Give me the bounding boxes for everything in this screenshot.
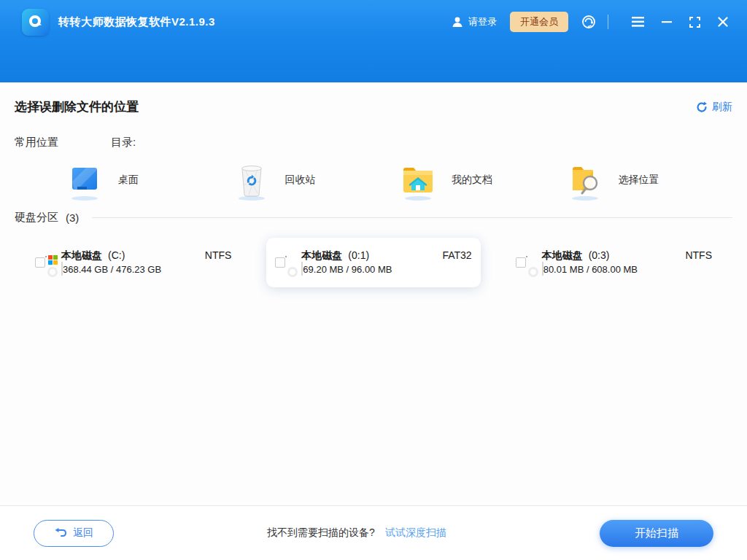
disk-size-text: 69.20 MB / 96.00 MB <box>303 264 392 275</box>
windows-logo-icon <box>48 255 58 265</box>
title-band: 转转大师数据恢复软件V2.1.9.3 请登录 开通会员 <box>0 0 747 82</box>
app-title: 转转大师数据恢复软件V2.1.9.3 <box>58 15 215 29</box>
disk-size-text: 368.44 GB / 476.23 GB <box>63 264 161 275</box>
choose-location-icon <box>566 160 604 201</box>
documents-folder-icon <box>399 160 437 201</box>
app-window: 转转大师数据恢复软件V2.1.9.3 请登录 开通会员 <box>0 0 747 560</box>
start-scan-button[interactable]: 开始扫描 <box>600 520 713 547</box>
common-locations-row: 桌面 <box>15 160 732 201</box>
main-content: 选择误删除文件的位置 刷新 常用位置 目录: <box>0 82 747 505</box>
disk-name: 本地磁盘 <box>301 249 342 262</box>
back-icon <box>54 528 67 538</box>
location-item-desktop[interactable]: 桌面 <box>66 160 233 201</box>
disk-card-c[interactable]: 本地磁盘 (C:) NTFS 368.44 GB / 476.23 GB <box>26 238 240 287</box>
titlebar-divider <box>608 15 608 29</box>
disk-name: 本地磁盘 <box>61 249 102 262</box>
disk-filesystem: FAT32 <box>442 249 471 261</box>
deep-scan-link[interactable]: 试试深度扫描 <box>385 526 446 540</box>
login-label: 请登录 <box>468 15 497 28</box>
refresh-icon <box>696 101 708 113</box>
disk-size-text: 80.01 MB / 608.00 MB <box>543 264 638 275</box>
titlebar: 转转大师数据恢复软件V2.1.9.3 请登录 开通会员 <box>0 0 747 44</box>
user-icon <box>451 15 464 28</box>
disk-letter: (0:3) <box>589 249 610 261</box>
location-label: 桌面 <box>118 174 139 187</box>
app-logo-icon <box>22 9 49 36</box>
login-button[interactable]: 请登录 <box>451 15 497 28</box>
disk-card-0-3[interactable]: 本地磁盘 (0:3) NTFS 80.01 MB / 608.00 MB <box>507 238 721 287</box>
location-item-choose[interactable]: 选择位置 <box>566 160 733 201</box>
location-label: 选择位置 <box>619 174 659 187</box>
minimize-icon[interactable] <box>656 12 678 31</box>
common-locations-label: 常用位置 <box>15 136 58 149</box>
location-item-my-documents[interactable]: 我的文档 <box>399 160 566 201</box>
refresh-button[interactable]: 刷新 <box>696 101 732 114</box>
back-button[interactable]: 返回 <box>34 520 114 547</box>
partitions-label: 硬盘分区 <box>15 211 58 225</box>
menu-icon[interactable] <box>626 12 650 31</box>
close-icon[interactable] <box>712 12 734 31</box>
directory-label: 目录: <box>111 136 136 149</box>
disk-filesystem: NTFS <box>685 249 712 261</box>
footer-bar: 返回 找不到需要扫描的设备? 试试深度扫描 开始扫描 <box>0 505 747 560</box>
location-item-recycle-bin[interactable]: 回收站 <box>233 160 400 201</box>
partition-checkbox[interactable] <box>35 257 45 268</box>
refresh-label: 刷新 <box>712 101 732 114</box>
back-label: 返回 <box>73 526 93 540</box>
disk-letter: (0:1) <box>348 249 369 261</box>
partition-checkbox[interactable] <box>275 257 285 268</box>
recycle-bin-icon <box>233 160 271 201</box>
customer-support-icon[interactable] <box>581 15 596 29</box>
desktop-icon <box>66 160 104 201</box>
partitions-count: (3) <box>66 211 79 224</box>
disk-letter: (C:) <box>108 249 125 261</box>
disk-name: 本地磁盘 <box>542 249 583 262</box>
partitions-row: 本地磁盘 (C:) NTFS 368.44 GB / 476.23 GB <box>15 238 732 287</box>
vip-button[interactable]: 开通会员 <box>510 12 568 32</box>
disk-card-0-1[interactable]: 本地磁盘 (0:1) FAT32 69.20 MB / 96.00 MB <box>266 238 480 287</box>
partition-checkbox[interactable] <box>516 257 526 268</box>
maximize-icon[interactable] <box>684 12 706 32</box>
page-title: 选择误删除文件的位置 <box>15 98 139 115</box>
location-label: 我的文档 <box>452 174 492 187</box>
section-divider <box>92 217 732 218</box>
scan-hint-text: 找不到需要扫描的设备? <box>267 526 375 540</box>
location-label: 回收站 <box>285 174 316 187</box>
disk-filesystem: NTFS <box>205 249 232 261</box>
